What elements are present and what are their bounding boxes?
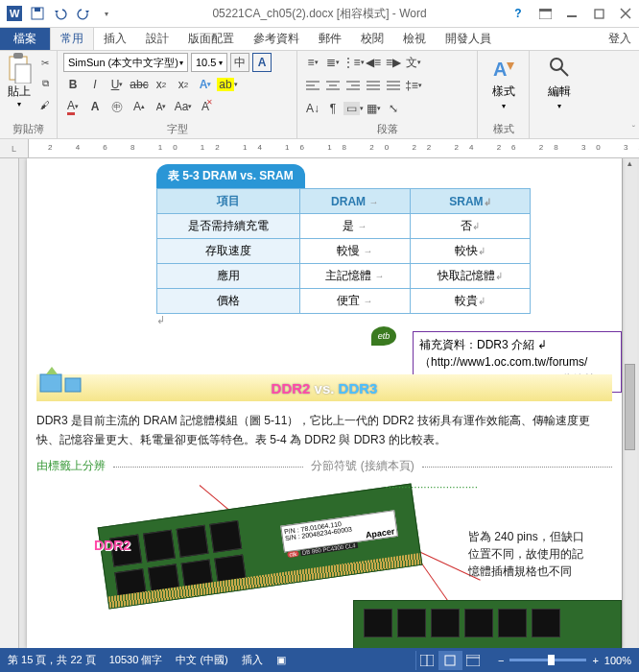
- bullets-button[interactable]: ≡▾: [303, 53, 322, 72]
- format-painter-icon[interactable]: 🖌: [36, 95, 55, 114]
- superscript-button[interactable]: x2: [174, 75, 193, 94]
- group-clipboard: 貼上 ▾ ✂ ⧉ 🖌 剪貼簿: [0, 51, 58, 138]
- macro-status-icon[interactable]: ▣: [276, 654, 286, 666]
- qat-customize-icon[interactable]: ▾: [96, 3, 117, 24]
- word-count[interactable]: 10530 個字: [109, 653, 163, 667]
- strikethrough-button[interactable]: abc: [130, 75, 149, 94]
- etb-badge-icon: etb: [371, 326, 396, 346]
- line-spacing-button[interactable]: ‡≡▾: [404, 76, 423, 95]
- redo-icon[interactable]: [73, 3, 94, 24]
- sign-in-link[interactable]: 登入: [601, 28, 639, 50]
- tab-design[interactable]: 設計: [136, 27, 178, 50]
- svg-rect-32: [65, 378, 81, 392]
- enclose-char-button[interactable]: ㊥: [107, 97, 127, 116]
- shrink-font-button[interactable]: A▾: [152, 97, 171, 116]
- grow-font-button[interactable]: A▴: [130, 97, 149, 116]
- window-title: 05221CA_ch05(2).docx [相容模式] - Word: [212, 6, 426, 22]
- tab-developer[interactable]: 開發人員: [436, 27, 501, 50]
- minimize-icon[interactable]: [558, 1, 585, 26]
- read-mode-icon[interactable]: [415, 651, 438, 670]
- svg-rect-36: [466, 655, 480, 666]
- align-justify-button[interactable]: [364, 76, 383, 95]
- ram-module-image-2: [353, 600, 622, 648]
- editing-button[interactable]: 編輯 ▾: [535, 53, 583, 110]
- tab-selector[interactable]: L: [0, 139, 29, 157]
- font-color-button[interactable]: A▾: [63, 97, 83, 116]
- zoom-level[interactable]: 100%: [604, 655, 631, 666]
- bold-button[interactable]: B: [63, 75, 83, 94]
- char-border-button[interactable]: A: [252, 53, 272, 72]
- section-banner: DDR2 vs. DDR3: [36, 374, 612, 401]
- ruler-area: L 2 4 6 8 10 12 14 16 18 20 22 24 26 28 …: [0, 139, 639, 158]
- underline-button[interactable]: U▾: [107, 75, 127, 94]
- tab-review[interactable]: 校閱: [351, 27, 393, 50]
- shading-button[interactable]: ▭▾: [343, 99, 363, 118]
- close-icon[interactable]: [612, 1, 639, 26]
- tab-references[interactable]: 參考資料: [244, 27, 309, 50]
- maximize-icon[interactable]: [585, 1, 612, 26]
- group-font: SimSun (本文中文字型)▾ 10.5▾ 中 A B I U▾ abc x2…: [58, 51, 297, 138]
- print-layout-icon[interactable]: [438, 651, 462, 670]
- clipboard-group-label: 剪貼簿: [6, 122, 51, 138]
- decrease-indent-button[interactable]: ◀≡: [364, 53, 383, 72]
- collapse-ribbon-icon[interactable]: ˇ: [632, 125, 635, 135]
- svg-line-30: [560, 68, 568, 76]
- show-marks-button[interactable]: ¶: [323, 99, 343, 118]
- align-center-button[interactable]: [323, 76, 343, 95]
- vertical-scrollbar[interactable]: ▴: [622, 158, 637, 648]
- ribbon-display-icon[interactable]: [532, 1, 558, 26]
- word-icon[interactable]: W: [4, 3, 25, 24]
- clear-formatting-button[interactable]: A✕: [196, 97, 215, 116]
- italic-button[interactable]: I: [85, 75, 105, 94]
- text-direction-button[interactable]: ⤡: [384, 99, 403, 118]
- tab-view[interactable]: 檢視: [393, 27, 436, 50]
- multilevel-list-button[interactable]: ⋮≡▾: [343, 53, 363, 72]
- subscript-button[interactable]: x2: [152, 75, 171, 94]
- horizontal-ruler[interactable]: 2 4 6 8 10 12 14 16 18 20 22 24 26 28 30…: [29, 139, 639, 157]
- char-shading-button[interactable]: A: [85, 97, 105, 116]
- svg-text:W: W: [10, 8, 20, 19]
- phonetic-guide-button[interactable]: 中: [230, 53, 249, 72]
- increase-indent-button[interactable]: ≡▶: [384, 53, 403, 72]
- cut-icon[interactable]: ✂: [36, 53, 55, 72]
- borders-button[interactable]: ▦▾: [364, 99, 383, 118]
- tab-mailings[interactable]: 郵件: [309, 27, 351, 50]
- tab-home[interactable]: 常用: [50, 27, 94, 50]
- ram-figure: DDR2 P/N : 78.01064.110S/N : 20048234-60…: [36, 480, 612, 648]
- table-header: 項目: [157, 189, 300, 214]
- align-right-button[interactable]: [343, 76, 363, 95]
- align-left-button[interactable]: [303, 76, 322, 95]
- change-case-button[interactable]: Aa▾: [174, 97, 193, 116]
- tab-file[interactable]: 檔案: [0, 27, 50, 50]
- vertical-ruler[interactable]: [0, 158, 19, 648]
- title-bar: W ▾ 05221CA_ch05(2).docx [相容模式] - Word ?: [0, 0, 639, 28]
- font-size-select[interactable]: 10.5▾: [191, 53, 227, 72]
- save-icon[interactable]: [27, 3, 48, 24]
- paste-button[interactable]: 貼上 ▾: [6, 53, 33, 114]
- text-effects-button[interactable]: A▾: [196, 75, 215, 94]
- language-status[interactable]: 中文 (中國): [176, 653, 227, 667]
- ddr2-label: DDR2: [94, 538, 130, 553]
- align-distribute-button[interactable]: [384, 76, 403, 95]
- page-count[interactable]: 第 15 頁，共 22 頁: [8, 653, 96, 667]
- zoom-out-button[interactable]: −: [498, 655, 504, 666]
- zoom-in-button[interactable]: +: [592, 655, 598, 666]
- tab-insert[interactable]: 插入: [94, 27, 136, 50]
- highlight-button[interactable]: ab▾: [218, 75, 237, 94]
- insert-mode[interactable]: 插入: [242, 653, 263, 667]
- page[interactable]: 表 5-3 DRAM vs. SRAM 項目 DRAM → SRAM↲ 是否需持…: [27, 158, 622, 648]
- font-name-select[interactable]: SimSun (本文中文字型)▾: [63, 53, 188, 72]
- document-area: 表 5-3 DRAM vs. SRAM 項目 DRAM → SRAM↲ 是否需持…: [0, 158, 639, 648]
- paragraph-group-label: 段落: [303, 122, 471, 138]
- status-bar: 第 15 頁，共 22 頁 10530 個字 中文 (中國) 插入 ▣ − + …: [0, 648, 639, 672]
- asian-layout-button[interactable]: 文▾: [404, 53, 423, 72]
- tab-layout[interactable]: 版面配置: [178, 27, 244, 50]
- sort-button[interactable]: A↓: [303, 99, 322, 118]
- styles-button[interactable]: A 樣式 ▾: [484, 53, 523, 110]
- zoom-slider[interactable]: [509, 659, 586, 661]
- undo-icon[interactable]: [50, 3, 71, 24]
- web-layout-icon[interactable]: [462, 651, 485, 670]
- copy-icon[interactable]: ⧉: [36, 74, 55, 93]
- help-icon[interactable]: ?: [505, 1, 532, 26]
- numbering-button[interactable]: ≣▾: [323, 53, 343, 72]
